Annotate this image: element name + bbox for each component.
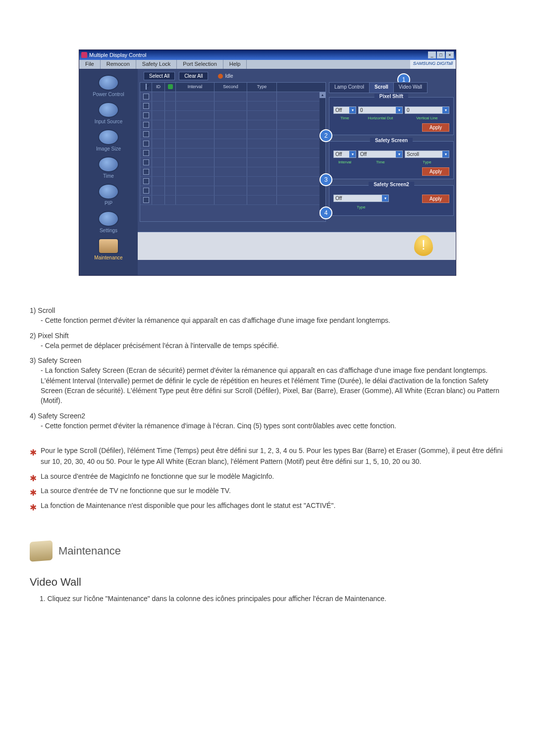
window-title: Multiple Display Control — [89, 50, 428, 60]
sublabel: Type — [405, 160, 449, 164]
pixel-shift-hdot-dropdown[interactable]: 0 ▾ — [358, 106, 403, 114]
chevron-down-icon: ▾ — [396, 107, 402, 113]
idle-label: Idle — [225, 73, 233, 79]
menu-remocon[interactable]: Remocon — [101, 60, 136, 69]
row-checkbox[interactable] — [143, 122, 149, 128]
image-size-icon — [98, 129, 119, 145]
sublabel: Vertical Line — [405, 116, 449, 120]
sidebar-item-pip[interactable]: PIP — [81, 184, 136, 206]
clear-all-button[interactable]: Clear All — [179, 72, 208, 80]
table-row[interactable] — [140, 92, 325, 101]
menu-help[interactable]: Help — [223, 60, 247, 69]
select-all-button[interactable]: Select All — [144, 72, 175, 80]
sidebar-item-label: Settings — [81, 228, 136, 233]
table-row[interactable] — [140, 101, 325, 111]
sidebar-item-image-size[interactable]: Image Size — [81, 129, 136, 151]
col-second: Second — [214, 83, 247, 92]
row-checkbox[interactable] — [143, 112, 149, 118]
group-safety-screen: Safety Screen Off ▾ Off ▾ — [329, 141, 454, 179]
sidebar-item-label: Time — [81, 173, 136, 179]
sidebar-item-label: Input Source — [81, 119, 136, 124]
pixel-shift-time-dropdown[interactable]: Off ▾ — [333, 106, 356, 114]
table-row[interactable] — [140, 196, 325, 205]
sidebar-item-settings[interactable]: Settings — [81, 211, 136, 233]
group-title: Safety Screen2 — [369, 182, 414, 187]
star-icon: ✱ — [30, 487, 37, 500]
menu-file[interactable]: File — [79, 60, 101, 69]
menubar: File Remocon Safety Lock Port Selection … — [79, 60, 456, 69]
note-item: ✱ La source d'entrée de MagicInfo ne fon… — [30, 471, 505, 482]
tab-scroll[interactable]: Scroll — [369, 82, 394, 93]
row-checkbox[interactable] — [143, 159, 149, 165]
tab-lamp-control[interactable]: Lamp Control — [329, 82, 370, 93]
row-checkbox[interactable] — [143, 94, 149, 100]
star-icon: ✱ — [30, 502, 37, 514]
table-row[interactable] — [140, 130, 325, 139]
safety-screen-type-dropdown[interactable]: Scroll ▾ — [405, 151, 449, 158]
app-window: Multiple Display Control _ □ × File Remo… — [79, 50, 456, 276]
power-control-icon — [98, 75, 119, 91]
table-row[interactable] — [140, 167, 325, 177]
sidebar-item-maintenance[interactable]: Maintenance — [81, 238, 136, 260]
main-pane: Select All Clear All Idle ID In — [138, 69, 456, 275]
header-checkbox[interactable] — [146, 84, 147, 90]
scroll-up-button[interactable]: ▴ — [320, 92, 325, 98]
sublabel: Horizontal Dot — [358, 116, 403, 120]
pip-icon — [98, 184, 119, 200]
dropdown-value: Off — [335, 151, 342, 157]
list-item-body: Cette fonction permet d'éviter la rémane… — [45, 422, 396, 430]
note-item: ✱ La fonction de Maintenance n'est dispo… — [30, 501, 505, 511]
table-row[interactable] — [140, 177, 325, 186]
col-type: Type — [247, 83, 277, 92]
sidebar-item-label: Maintenance — [81, 255, 136, 260]
maximize-button[interactable]: □ — [437, 51, 445, 58]
row-checkbox[interactable] — [143, 131, 149, 137]
table-row[interactable] — [140, 186, 325, 196]
time-icon — [98, 156, 119, 172]
display-table: ID Interval Second Type ▴ ▾ — [140, 82, 326, 222]
apply-button-safety-screen[interactable]: Apply — [422, 167, 449, 176]
row-checkbox[interactable] — [143, 197, 149, 203]
list-item-head: 4) Safety Screen2 — [30, 411, 505, 421]
table-row[interactable] — [140, 111, 325, 120]
note-text: Pour le type Scroll (Défiler), l'élément… — [41, 447, 503, 465]
group-title: Safety Screen — [370, 138, 413, 143]
minimize-button[interactable]: _ — [428, 51, 436, 58]
idle-indicator-icon — [218, 74, 223, 79]
dropdown-value: 0 — [407, 107, 410, 113]
pixel-shift-vline-dropdown[interactable]: 0 ▾ — [405, 106, 449, 114]
sidebar-item-time[interactable]: Time — [81, 156, 136, 179]
apply-button-safety-screen2[interactable]: Apply — [422, 195, 449, 203]
group-title: Pixel Shift — [374, 94, 408, 99]
safety-screen-interval-dropdown[interactable]: Off ▾ — [333, 151, 356, 158]
list-item-head: 3) Safety Screen — [30, 355, 505, 365]
note-item: ✱ La source d'entrée de TV ne fonctionne… — [30, 486, 505, 497]
section-header-maintenance: Maintenance — [30, 541, 505, 561]
callout-4: 4 — [320, 206, 332, 219]
close-button[interactable]: × — [446, 51, 454, 58]
table-row[interactable] — [140, 158, 325, 167]
row-checkbox[interactable] — [143, 103, 149, 109]
power-col-icon — [168, 84, 173, 89]
row-checkbox[interactable] — [143, 188, 149, 194]
table-row[interactable] — [140, 139, 325, 149]
row-checkbox[interactable] — [143, 150, 149, 156]
menu-safety-lock[interactable]: Safety Lock — [136, 60, 177, 69]
chevron-down-icon: ▾ — [442, 107, 449, 113]
section-title: Maintenance — [58, 545, 121, 557]
row-checkbox[interactable] — [143, 169, 149, 175]
callout-3: 3 — [320, 173, 332, 186]
menu-port-selection[interactable]: Port Selection — [177, 60, 223, 69]
sidebar-item-input-source[interactable]: Input Source — [81, 102, 136, 124]
safety-screen-time-dropdown[interactable]: Off ▾ — [358, 151, 403, 158]
safety-screen2-type-dropdown[interactable]: Off ▾ — [333, 195, 389, 202]
tab-video-wall[interactable]: Video Wall — [393, 82, 428, 93]
apply-button-pixel-shift[interactable]: Apply — [422, 123, 449, 132]
scrollbar[interactable]: ▴ ▾ — [320, 92, 325, 216]
star-icon: ✱ — [30, 472, 37, 485]
table-row[interactable] — [140, 120, 325, 130]
row-checkbox[interactable] — [143, 178, 149, 184]
row-checkbox[interactable] — [143, 141, 149, 147]
table-row[interactable] — [140, 149, 325, 158]
sidebar-item-power-control[interactable]: Power Control — [81, 75, 136, 97]
